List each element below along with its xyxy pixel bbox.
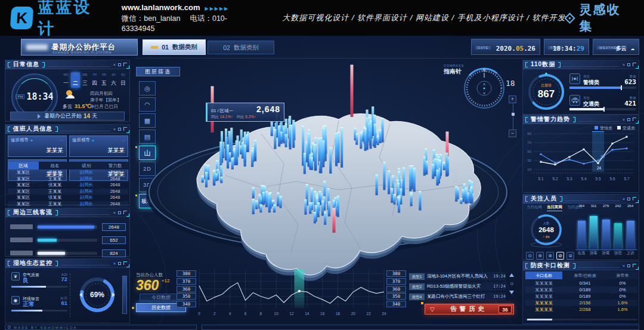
bar[interactable] xyxy=(578,221,586,249)
scroll-down-icon[interactable] xyxy=(509,291,514,294)
window-icon[interactable] xyxy=(627,198,630,201)
weekday-cell[interactable]: WE三 xyxy=(80,72,89,88)
duty-leader-card[interactable]: 值班领导»···某某某 xyxy=(8,135,67,157)
expand-icon[interactable] xyxy=(123,211,127,214)
more-icon[interactable]: ··· xyxy=(60,138,64,143)
table-cell: 1.6% xyxy=(608,300,637,306)
weekday-cell[interactable]: TU二 xyxy=(71,72,80,88)
close-icon[interactable]: × xyxy=(623,197,625,201)
x-axis-label: 4 xyxy=(225,312,236,316)
panel-title: 防疫卡口检测 xyxy=(531,261,570,270)
bar[interactable] xyxy=(602,220,610,249)
table-cell: 2648 xyxy=(102,195,128,201)
collect-label: 灵感收集 xyxy=(579,1,633,35)
close-icon[interactable]: × xyxy=(113,211,116,215)
expand-icon[interactable] xyxy=(123,261,127,265)
alert-row[interactable]: 类型1湿地3-104片区有不明人员闯入19:24 xyxy=(409,272,506,280)
bar-track xyxy=(38,239,97,242)
alarm-history-banner[interactable]: ▽ 告警历史 36 xyxy=(425,304,514,314)
layer-button-blocks[interactable]: ▦ xyxy=(139,113,156,128)
layer-button-signal[interactable]: ◠ xyxy=(139,97,156,112)
flow-bar-row: 652 xyxy=(10,236,126,244)
layer-button-mode-3d[interactable]: 3D xyxy=(139,178,156,192)
window-icon[interactable] xyxy=(118,211,121,214)
scroll-up-icon[interactable] xyxy=(509,273,514,277)
layer-button-list[interactable]: ▤ xyxy=(139,129,156,144)
bar-slot: 264在逃 xyxy=(575,204,587,249)
tab-data-category-2[interactable]: 02 数据类别 xyxy=(208,41,274,54)
close-icon[interactable]: × xyxy=(113,261,116,266)
zoom-slider[interactable] xyxy=(513,103,513,129)
office-count-delta: +12 xyxy=(162,278,170,283)
layer-button-bar-chart[interactable]: 山 xyxy=(139,146,156,160)
tooltip-title: 01 / 区域一 xyxy=(211,108,233,114)
person-filter-icon[interactable]: ⊕ xyxy=(536,252,544,260)
column-header[interactable]: 卡口名称 xyxy=(525,272,562,279)
persons-tab[interactable]: 当日在网 xyxy=(527,205,542,211)
close-icon[interactable]: × xyxy=(623,118,625,122)
table-cell: 某某区 xyxy=(8,176,39,183)
weekday-cell[interactable]: TH四 xyxy=(90,72,99,88)
svg-text:5.3: 5.3 xyxy=(566,177,572,181)
persons-gauge: 人数 2648 ↑ 84 xyxy=(528,211,565,248)
weekday-cell[interactable]: SA六 xyxy=(109,72,118,88)
layer-button-camera[interactable]: ◎ xyxy=(139,81,156,95)
window-icon[interactable] xyxy=(627,118,630,121)
layer-button-mode-plate[interactable]: 板块 xyxy=(139,194,156,208)
window-icon[interactable] xyxy=(118,128,121,131)
close-icon[interactable]: × xyxy=(623,264,625,268)
close-icon[interactable]: × xyxy=(113,63,116,67)
expand-icon[interactable] xyxy=(633,197,636,201)
window-icon[interactable] xyxy=(627,63,630,66)
zoom-out-button[interactable]: − xyxy=(509,129,516,137)
platform-title: 暑期办公协作平台 SUMMER WORKING PLATFORM xyxy=(21,39,138,55)
inspiration-collect[interactable]: 灵感收集 xyxy=(566,1,633,35)
person-filter-icon[interactable]: ⊘ xyxy=(556,252,564,260)
close-icon[interactable]: × xyxy=(623,63,625,67)
svg-text:N: N xyxy=(482,68,485,72)
person-filter-icon[interactable]: ⊙ xyxy=(526,252,534,260)
person-filter-icon[interactable]: ⊜ xyxy=(566,252,574,260)
column-header[interactable]: 区域 xyxy=(8,162,39,169)
close-icon[interactable]: × xyxy=(113,127,116,131)
person-filter-icon[interactable]: ⊗ xyxy=(546,252,554,260)
weekday-cell[interactable]: FR五 xyxy=(100,72,109,88)
date-month: 05 xyxy=(516,45,524,53)
alert-row[interactable]: 类型2RD13-53烟感报警疑似火灾17:24 xyxy=(409,282,506,291)
expand-icon[interactable] xyxy=(123,63,127,66)
expand-icon[interactable] xyxy=(633,63,636,66)
site-url[interactable]: www.lanlanwork.com xyxy=(122,3,200,12)
bar[interactable] xyxy=(627,221,634,249)
table-cell: 2648 xyxy=(102,169,128,176)
checkpoint-scrollbar[interactable] xyxy=(525,319,637,320)
expand-icon[interactable] xyxy=(633,118,636,121)
window-icon[interactable] xyxy=(118,262,121,265)
svg-text:2648: 2648 xyxy=(538,226,554,233)
window-icon[interactable] xyxy=(118,63,121,66)
zoom-in-button[interactable]: + xyxy=(509,95,516,103)
weekday-cell[interactable]: MO一 xyxy=(61,72,70,88)
alert-row[interactable]: 类型4某路口有小汽车连闯三个红灯19:24 xyxy=(409,292,506,301)
city-3d-map[interactable] xyxy=(142,62,514,288)
bar[interactable] xyxy=(614,223,622,249)
weekday-en: TH xyxy=(90,73,99,76)
duty-leader-card[interactable]: 值班领导»···某某某 xyxy=(69,135,128,157)
more-icon[interactable]: ··· xyxy=(121,138,125,143)
expand-icon[interactable] xyxy=(633,264,636,267)
expand-icon[interactable] xyxy=(123,127,127,131)
layer-button-mode-2d[interactable]: 2D xyxy=(139,162,156,176)
window-icon[interactable] xyxy=(627,264,630,267)
bar[interactable] xyxy=(590,216,597,249)
persons-tab[interactable]: 当日离网 xyxy=(547,205,562,211)
table-cell: 0% xyxy=(608,280,637,286)
svg-text:5.1: 5.1 xyxy=(538,177,543,181)
tab-data-category-1[interactable]: 01 数据类别 xyxy=(143,39,206,55)
weekday-cell[interactable]: SU日 xyxy=(119,72,128,88)
table-cell: 0/189 xyxy=(562,286,608,293)
weekday-cn: 二 xyxy=(73,80,78,86)
date-year: 2020. xyxy=(496,45,516,53)
svg-text:70: 70 xyxy=(527,141,531,144)
date-label: DATE xyxy=(475,46,491,50)
lanlan-logo-icon: K xyxy=(10,7,34,29)
car-icon xyxy=(569,95,580,106)
